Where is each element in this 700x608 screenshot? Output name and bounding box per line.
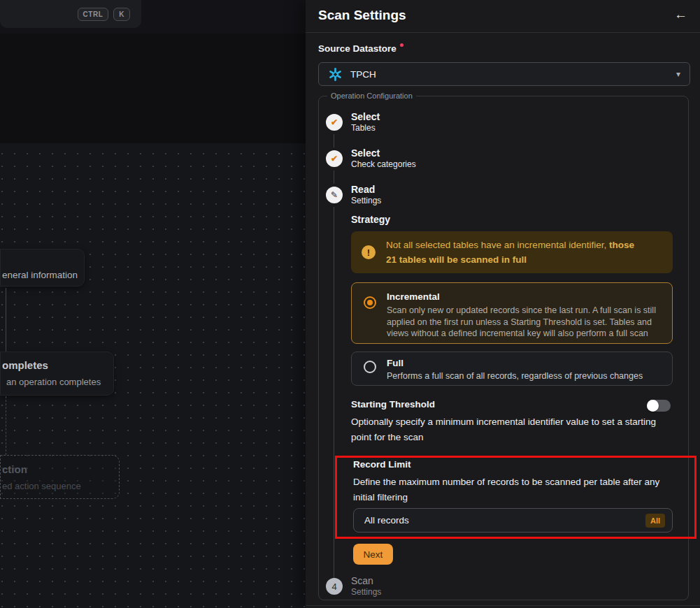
node-card-label: eneral information <box>2 270 78 280</box>
step-connector <box>334 134 334 147</box>
source-datastore-value: TPCH <box>350 69 669 80</box>
node-card-action-placeholder[interactable]: ction ed action sequence <box>0 455 120 499</box>
toggle-knob <box>647 400 659 412</box>
step-connector <box>334 171 334 184</box>
ctrl-key-badge: CTRL <box>78 8 109 21</box>
step-1-select-tables[interactable]: ✔ <box>326 114 343 131</box>
incremental-warning-banner: ! Not all selected tables have an increm… <box>351 231 673 273</box>
starting-threshold-label: Starting Threshold <box>351 399 435 410</box>
option-label: Incremental <box>387 291 440 302</box>
step-subtitle: Settings <box>351 196 381 205</box>
pencil-icon: ✎ <box>331 190 338 200</box>
step-connector <box>334 207 334 578</box>
record-limit-value: All records <box>364 515 645 526</box>
starting-threshold-toggle[interactable] <box>647 400 671 412</box>
workflow-canvas[interactable]: CTRL K eneral information ompletes an op… <box>0 0 306 608</box>
record-limit-label: Record Limit <box>353 459 411 470</box>
step-number: 4 <box>331 581 336 592</box>
app-window: CTRL K eneral information ompletes an op… <box>0 0 700 608</box>
check-icon: ✔ <box>331 117 338 127</box>
node-card-subtitle: ed action sequence <box>2 481 81 491</box>
required-dot-icon <box>400 43 403 47</box>
panel-bottom-divider <box>306 605 700 606</box>
search-input[interactable]: CTRL K <box>0 0 141 28</box>
option-description: Performs a full scan of all records, reg… <box>387 370 661 382</box>
next-button[interactable]: Next <box>353 544 393 565</box>
warning-icon: ! <box>362 245 376 259</box>
radio-unselected-icon[interactable] <box>364 361 376 373</box>
node-card-title: ompletes <box>2 359 48 371</box>
scan-settings-panel: Scan Settings ← Source Datastore TPCH ▾ … <box>306 0 700 608</box>
strategy-heading: Strategy <box>351 214 390 225</box>
option-description: Scan only new or updated records since t… <box>387 305 661 340</box>
radio-selected-icon[interactable] <box>364 296 376 309</box>
source-datastore-select[interactable]: TPCH ▾ <box>318 62 690 86</box>
strategy-option-full[interactable]: Full Performs a full scan of all records… <box>351 352 673 386</box>
step-subtitle: Settings <box>351 587 381 597</box>
edge-connector-dashed <box>6 396 6 455</box>
step-title: Read <box>351 184 375 195</box>
snowflake-icon <box>328 67 343 82</box>
panel-header: Scan Settings ← <box>306 0 700 33</box>
warning-text: Not all selected tables have an incremen… <box>386 238 643 267</box>
source-datastore-label: Source Datastore <box>318 43 403 54</box>
edge-connector-solid <box>6 288 6 352</box>
step-title: Select <box>351 147 380 159</box>
option-label: Full <box>387 358 403 368</box>
step-4-scan-settings[interactable]: 4 <box>326 578 343 595</box>
step-title: Scan <box>351 575 373 586</box>
check-icon: ✔ <box>331 154 338 164</box>
record-limit-all-badge[interactable]: All <box>645 514 665 528</box>
back-arrow-icon[interactable]: ← <box>674 7 687 22</box>
node-card-operation-completes[interactable]: ompletes an operation completes <box>0 352 114 396</box>
step-subtitle: Check categories <box>351 159 416 169</box>
canvas-header-region <box>0 34 306 143</box>
panel-title: Scan Settings <box>318 8 406 23</box>
fieldset-legend: Operation Configuration <box>327 92 416 100</box>
record-limit-input[interactable]: All records All <box>353 508 673 533</box>
step-subtitle: Tables <box>351 123 376 133</box>
k-key-badge: K <box>113 8 130 21</box>
node-card-general-information[interactable]: eneral information <box>0 249 85 287</box>
canvas-topbar: CTRL K <box>0 0 306 34</box>
step-3-read-settings[interactable]: ✎ <box>326 187 343 203</box>
strategy-option-incremental[interactable]: Incremental Scan only new or updated rec… <box>351 282 673 344</box>
node-card-title: ction <box>2 463 27 475</box>
node-card-subtitle: an operation completes <box>6 377 101 387</box>
starting-threshold-description: Optionally specify a minimum incremental… <box>351 414 667 445</box>
step-title: Select <box>351 111 380 122</box>
chevron-down-icon: ▾ <box>676 69 680 79</box>
record-limit-description: Define the maximum number of records to … <box>353 475 666 505</box>
step-2-select-check-categories[interactable]: ✔ <box>326 150 343 167</box>
